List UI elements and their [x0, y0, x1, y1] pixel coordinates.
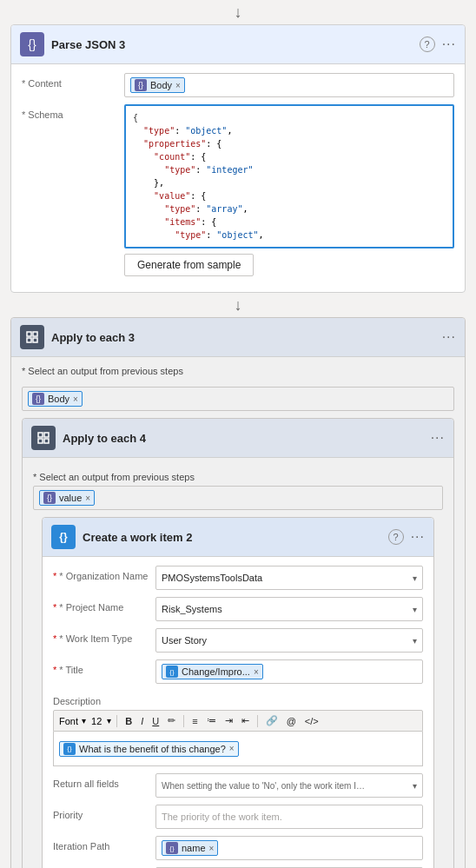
svg-rect-5 — [44, 433, 49, 437]
numbered-list-button[interactable]: ≔ — [204, 714, 219, 727]
underline-button[interactable]: U — [149, 715, 162, 727]
indent-button[interactable]: ⇥ — [222, 714, 235, 727]
apply3-more-icon[interactable]: ··· — [442, 329, 456, 345]
apply-each-3-header: Apply to each 3 ··· — [11, 318, 465, 357]
return-all-row: Return all fields When setting the value… — [53, 773, 423, 798]
body-token-label: Body — [150, 80, 172, 90]
parse-json-header-icons: ? ··· — [420, 36, 456, 52]
svg-rect-7 — [44, 439, 49, 443]
body-token-icon: {} — [135, 79, 147, 91]
return-all-dropdown[interactable]: When setting the value to 'No', only the… — [155, 773, 423, 798]
highlight-button[interactable]: ✏ — [165, 714, 178, 727]
desc-token-close[interactable]: × — [229, 744, 235, 753]
schema-value: { "type": "object", "properties": { "cou… — [124, 104, 454, 276]
org-name-dropdown[interactable]: PMOSystemsToolsData ▾ — [155, 566, 423, 590]
work-item-type-value: User Story ▾ — [155, 628, 423, 653]
svg-rect-1 — [33, 332, 37, 336]
apply-each-3-body: * Select an output from previous steps {… — [11, 357, 465, 868]
link-button[interactable]: 🔗 — [263, 714, 281, 727]
font-size-value: 12 — [91, 716, 102, 726]
title-token-input[interactable]: {} Change/Impro... × — [155, 659, 423, 684]
generate-from-sample-button[interactable]: Generate from sample — [124, 254, 254, 276]
svg-rect-4 — [38, 433, 43, 437]
create-work-item-body: * Organization Name PMOSystemsToolsData … — [43, 557, 433, 868]
apply-each-4-title: Apply to each 4 — [63, 432, 424, 445]
apply4-value-token-close[interactable]: × — [85, 494, 90, 503]
svg-rect-2 — [27, 338, 31, 342]
middle-arrow-1: ↓ — [0, 293, 476, 317]
create-work-item-header-icons: ? ··· — [388, 529, 425, 545]
project-name-value: Risk_Systems ▾ — [155, 597, 423, 621]
priority-row: Priority The priority of the work item. — [53, 805, 423, 829]
create-work-item-icon: {} — [51, 525, 76, 549]
cwi-more-icon[interactable]: ··· — [411, 529, 425, 545]
apply-each-3-card: Apply to each 3 ··· * Select an output f… — [10, 317, 466, 868]
apply4-token-input[interactable]: {} value × — [33, 486, 443, 510]
italic-button[interactable]: I — [138, 715, 146, 727]
iteration-token-input[interactable]: {} name × — [155, 836, 423, 860]
apply-each-3-title: Apply to each 3 — [51, 331, 435, 344]
return-all-value: When setting the value to 'No', only the… — [155, 773, 423, 798]
desc-token: {} What is the benefit of this change? × — [59, 741, 239, 757]
apply4-more-icon[interactable]: ··· — [431, 430, 445, 446]
priority-value: The priority of the work item. — [155, 805, 423, 829]
toolbar-sep-2 — [183, 715, 184, 727]
body-token-close[interactable]: × — [175, 81, 181, 90]
bold-button[interactable]: B — [122, 715, 135, 727]
apply-each-3-icon — [20, 325, 44, 349]
title-token-close[interactable]: × — [254, 667, 259, 677]
desc-token-icon: {} — [63, 743, 76, 755]
bullet-list-button[interactable]: ≡ — [189, 715, 200, 727]
svg-rect-6 — [38, 439, 43, 443]
return-all-chevron: ▾ — [413, 781, 417, 791]
create-work-item-title: Create a work item 2 — [83, 531, 381, 544]
content-token-input[interactable]: {} Body × — [124, 73, 454, 97]
font-size-dropdown-icon[interactable]: ▾ — [107, 716, 111, 726]
iteration-token-label: name — [182, 843, 206, 853]
description-toolbar: Font ▾ 12 ▾ B I U ✏ — [53, 710, 423, 732]
apply4-value-token: {} value × — [39, 490, 95, 506]
work-item-type-label: * Work Item Type — [53, 628, 149, 644]
content-value: {} Body × — [124, 73, 454, 97]
work-item-type-dropdown[interactable]: User Story ▾ — [155, 628, 423, 653]
outdent-button[interactable]: ⇤ — [239, 714, 252, 727]
apply-each-4-icon — [31, 426, 56, 450]
title-token: {} Change/Impro... × — [162, 664, 263, 679]
iteration-row: Iteration Path {} name × — [53, 836, 423, 860]
apply4-value-token-icon: {} — [43, 492, 56, 504]
font-dropdown-icon[interactable]: ▾ — [82, 716, 86, 726]
top-arrow: ↓ — [0, 0, 476, 24]
iteration-token: {} name × — [162, 840, 218, 856]
schema-field-row: * Schema { "type": "object", "properties… — [22, 104, 454, 276]
content-field-row: * Content {} Body × — [22, 73, 454, 97]
content-label: * Content — [22, 73, 117, 89]
apply3-select-label: * Select an output from previous steps — [22, 366, 183, 376]
description-label: Description — [53, 691, 149, 706]
iteration-token-icon: {} — [166, 842, 178, 854]
parse-json-card: {} Parse JSON 3 ? ··· * Content {} Body … — [10, 24, 466, 293]
description-editor[interactable]: {} What is the benefit of this change? × — [53, 732, 423, 766]
apply-each-4-header-icons: ··· — [431, 430, 445, 446]
description-row: Description Font ▾ 12 ▾ B I — [53, 691, 423, 766]
code-button[interactable]: </> — [302, 715, 321, 727]
description-value: Font ▾ 12 ▾ B I U ✏ — [53, 710, 423, 766]
apply4-value-token-label: value — [59, 493, 82, 503]
project-name-chevron: ▾ — [413, 605, 417, 614]
parse-json-title: Parse JSON 3 — [51, 38, 413, 51]
body-token: {} Body × — [130, 77, 185, 93]
mention-button[interactable]: @ — [284, 715, 299, 727]
apply3-token-input[interactable]: {} Body × — [22, 387, 454, 411]
priority-input[interactable]: The priority of the work item. — [155, 805, 423, 829]
project-name-dropdown[interactable]: Risk_Systems ▾ — [155, 597, 423, 621]
help-icon[interactable]: ? — [420, 36, 435, 52]
cwi-help-icon[interactable]: ? — [388, 529, 404, 545]
apply-each-4-card: Apply to each 4 ··· * Select an output f… — [22, 418, 454, 868]
apply4-select-label: * Select an output from previous steps — [33, 467, 443, 482]
apply3-body-token-close[interactable]: × — [73, 394, 78, 404]
apply3-body-token-label: Body — [48, 394, 69, 404]
iteration-token-close[interactable]: × — [209, 844, 215, 853]
more-icon[interactable]: ··· — [442, 36, 456, 52]
apply-each-3-header-icons: ··· — [442, 329, 456, 345]
work-item-type-chevron: ▾ — [413, 636, 417, 646]
schema-editor[interactable]: { "type": "object", "properties": { "cou… — [124, 104, 454, 248]
